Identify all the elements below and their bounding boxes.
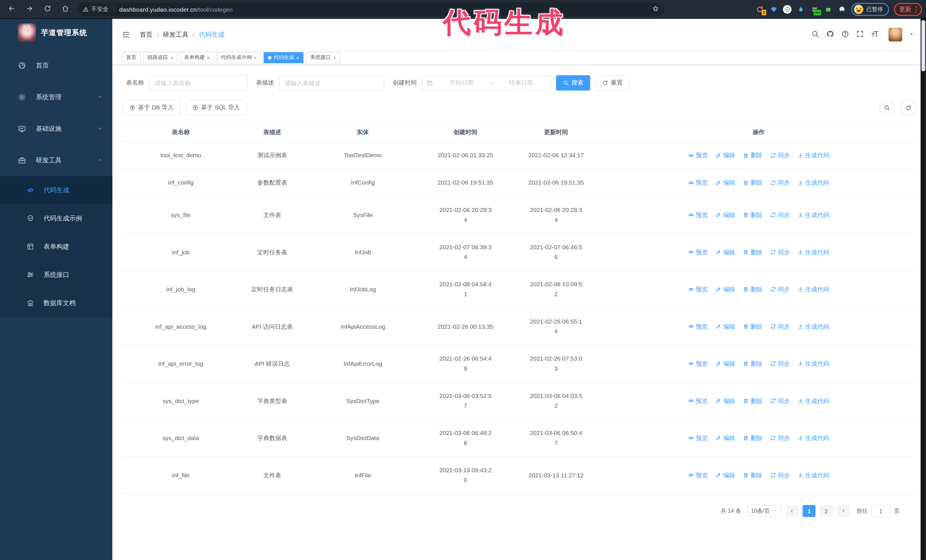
generate-code-link[interactable]: 生成代码	[797, 247, 829, 257]
extension-gem-icon[interactable]	[769, 5, 778, 14]
sync-link[interactable]: 同步	[770, 433, 790, 443]
goto-page-input[interactable]	[871, 505, 891, 517]
browser-menu-dots-icon[interactable]	[915, 6, 917, 13]
generate-code-link[interactable]: 生成代码	[797, 210, 829, 220]
import-db-button[interactable]: 基于 DB 导入	[123, 100, 181, 115]
not-secure-warning[interactable]: 不安全	[83, 5, 109, 13]
edit-link[interactable]: 编辑	[716, 396, 735, 406]
toggle-search-button[interactable]	[879, 100, 895, 115]
profile-paused-pill[interactable]: 已暂停	[851, 3, 889, 16]
extension-refresh-icon[interactable]: 1	[756, 5, 764, 14]
sidebar-item-form-builder[interactable]: 表单构建	[0, 232, 112, 261]
sync-link[interactable]: 同步	[770, 396, 790, 406]
sync-link[interactable]: 同步	[770, 150, 790, 160]
edit-link[interactable]: 编辑	[716, 210, 735, 220]
reset-button[interactable]: 重置	[596, 75, 630, 91]
preview-link[interactable]: 预览	[688, 210, 708, 220]
edit-link[interactable]: 编辑	[716, 284, 735, 294]
delete-link[interactable]: 删除	[743, 247, 763, 257]
start-date-placeholder[interactable]: 开始日期	[436, 79, 487, 87]
close-icon[interactable]: ×	[254, 54, 257, 60]
edit-link[interactable]: 编辑	[716, 247, 735, 257]
extension-v-icon[interactable]	[783, 5, 791, 14]
edit-link[interactable]: 编辑	[716, 322, 735, 332]
delete-link[interactable]: 删除	[743, 150, 763, 160]
close-icon[interactable]: ×	[333, 54, 336, 60]
import-sql-button[interactable]: 基于 SQL 导入	[186, 100, 247, 115]
sync-link[interactable]: 同步	[770, 470, 790, 480]
next-page-button[interactable]	[837, 505, 850, 517]
bookmark-star-icon[interactable]	[652, 5, 659, 13]
browser-reload-icon[interactable]	[44, 5, 51, 14]
font-size-icon[interactable]	[871, 30, 879, 39]
breadcrumb-home[interactable]: 首页	[140, 30, 153, 39]
search-button[interactable]: 搜索	[556, 75, 590, 91]
extension-frog-icon[interactable]	[824, 5, 832, 14]
sidebar-item-database-doc[interactable]: 数据库文档	[0, 289, 112, 317]
fullscreen-icon[interactable]	[856, 30, 864, 39]
sidebar-item-home[interactable]: 首页	[0, 50, 112, 81]
sidebar-item-codegen-example[interactable]: 代码生成示例	[0, 204, 112, 232]
github-icon[interactable]	[826, 30, 835, 39]
page-scrollbar[interactable]	[921, 19, 926, 560]
tab-codegen-example[interactable]: 代码生成示例 ×	[217, 52, 261, 63]
user-caret-down-icon[interactable]	[909, 32, 914, 38]
table-desc-input[interactable]	[279, 75, 384, 91]
sync-link[interactable]: 同步	[770, 247, 790, 257]
delete-link[interactable]: 删除	[743, 470, 763, 480]
delete-link[interactable]: 删除	[743, 433, 763, 443]
delete-link[interactable]: 删除	[743, 396, 763, 406]
delete-link[interactable]: 删除	[743, 322, 763, 332]
preview-link[interactable]: 预览	[688, 359, 708, 368]
edit-link[interactable]: 编辑	[716, 359, 735, 368]
browser-back-icon[interactable]	[8, 5, 15, 14]
edit-link[interactable]: 编辑	[716, 470, 735, 480]
tab-home[interactable]: 首页	[122, 52, 141, 63]
delete-link[interactable]: 删除	[743, 359, 763, 368]
delete-link[interactable]: 删除	[743, 210, 763, 220]
sync-link[interactable]: 同步	[770, 210, 790, 220]
help-icon[interactable]	[841, 30, 849, 39]
refresh-table-button[interactable]	[901, 100, 916, 115]
sidebar-item-code-generation[interactable]: 代码生成	[0, 176, 112, 204]
sidebar-toggle-icon[interactable]	[122, 30, 130, 39]
page-size-select[interactable]: 10条/页	[747, 505, 781, 517]
edit-link[interactable]: 编辑	[716, 433, 735, 443]
sync-link[interactable]: 同步	[770, 284, 790, 294]
generate-code-link[interactable]: 生成代码	[797, 322, 829, 332]
close-icon[interactable]: ×	[296, 54, 300, 60]
preview-link[interactable]: 预览	[688, 433, 708, 443]
scrollbar-thumb[interactable]	[921, 20, 925, 71]
tab-trace[interactable]: 链路追踪 ×	[143, 52, 177, 63]
generate-code-link[interactable]: 生成代码	[797, 284, 829, 294]
generate-code-link[interactable]: 生成代码	[797, 359, 829, 368]
browser-home-icon[interactable]	[62, 5, 69, 14]
delete-link[interactable]: 删除	[743, 284, 763, 294]
sidebar-item-system-management[interactable]: 系统管理	[0, 81, 112, 113]
generate-code-link[interactable]: 生成代码	[797, 150, 829, 160]
page-button-2[interactable]: 2	[820, 505, 832, 517]
preview-link[interactable]: 预览	[688, 178, 708, 188]
sync-link[interactable]: 同步	[770, 359, 790, 368]
browser-forward-icon[interactable]	[26, 5, 33, 14]
delete-link[interactable]: 删除	[743, 178, 763, 188]
preview-link[interactable]: 预览	[688, 150, 708, 160]
tab-system-api[interactable]: 系统接口 ×	[306, 52, 340, 63]
edit-link[interactable]: 编辑	[716, 178, 735, 188]
generate-code-link[interactable]: 生成代码	[797, 396, 829, 406]
sidebar-logo-row[interactable]: 芋道管理系统	[0, 19, 112, 46]
close-icon[interactable]: ×	[170, 54, 173, 60]
edit-link[interactable]: 编辑	[716, 150, 735, 160]
extension-drop-icon[interactable]	[797, 5, 805, 14]
preview-link[interactable]: 预览	[688, 470, 708, 480]
tab-form-builder[interactable]: 表单构建 ×	[180, 52, 214, 63]
breadcrumb-dev-tools[interactable]: 研发工具	[163, 30, 189, 39]
browser-update-button[interactable]: 更新	[894, 3, 922, 16]
close-icon[interactable]: ×	[207, 54, 210, 60]
date-range-picker[interactable]: 开始日期 - 结束日期	[422, 75, 551, 91]
preview-link[interactable]: 预览	[688, 247, 708, 257]
preview-link[interactable]: 预览	[688, 396, 708, 406]
end-date-placeholder[interactable]: 结束日期	[496, 79, 546, 87]
extension-server-icon[interactable]: on	[810, 5, 819, 14]
page-button-1[interactable]: 1	[803, 505, 816, 517]
